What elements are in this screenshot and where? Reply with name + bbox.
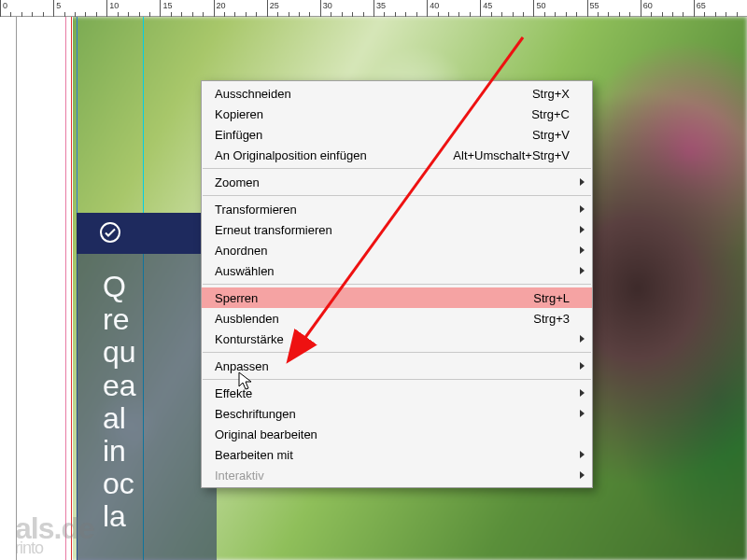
chevron-right-icon [580,178,585,186]
menu-item-interaktiv: Interaktiv [202,465,592,485]
menu-item-label: Original bearbeiten [215,427,570,441]
menu-item-sperren[interactable]: SperrenStrg+L [202,287,592,308]
guide-line[interactable] [65,17,66,560]
menu-item-zoomen[interactable]: Zoomen [202,172,592,192]
menu-item-erneut-transformieren[interactable]: Erneut transformieren [202,219,592,240]
menu-item-anordnen[interactable]: Anordnen [202,240,592,260]
menu-separator [203,284,591,285]
checkmark-circle-icon [99,221,121,246]
chevron-right-icon [580,267,585,274]
menu-item-label: Transformieren [215,203,570,217]
menu-item-label: Auswählen [215,264,570,278]
menu-item-shortcut: Strg+X [532,87,570,101]
menu-item-shortcut: Alt+Umschalt+Strg+V [453,148,570,162]
header-badge [77,213,217,254]
chevron-right-icon [580,471,585,479]
menu-item-original-bearbeiten[interactable]: Original bearbeiten [202,424,592,444]
menu-separator [203,379,591,380]
menu-item-effekte[interactable]: Effekte [202,383,592,403]
menu-item-kopieren[interactable]: KopierenStrg+C [202,104,592,124]
menu-item-label: Ausschneiden [215,87,514,101]
menu-item-label: Ausblenden [215,312,514,326]
menu-item-label: Beschriftungen [215,407,570,421]
chevron-right-icon [580,362,585,370]
chevron-right-icon [580,410,585,417]
chevron-right-icon [580,226,585,233]
guide-line[interactable] [71,17,72,560]
menu-item-label: Anordnen [215,244,570,258]
menu-item-ausblenden[interactable]: AusblendenStrg+3 [202,308,592,329]
chevron-right-icon [580,205,585,213]
menu-item-label: Interaktiv [215,469,570,483]
menu-item-konturst-rke[interactable]: Konturstärke [202,329,592,349]
menu-item-einf-gen[interactable]: EinfügenStrg+V [202,124,592,145]
menu-item-label: Sperren [215,291,514,305]
context-menu[interactable]: AusschneidenStrg+XKopierenStrg+CEinfügen… [201,80,593,488]
svg-point-0 [101,223,120,242]
menu-item-label: Effekte [215,386,570,400]
menu-item-label: Einfügen [215,128,514,142]
menu-item-label: Bearbeiten mit [215,448,570,462]
menu-item-ausschneiden[interactable]: AusschneidenStrg+X [202,83,592,104]
menu-item-label: An Originalposition einfügen [215,148,434,162]
menu-item-label: Zoomen [215,175,570,189]
menu-item-anpassen[interactable]: Anpassen [202,356,592,376]
menu-item-shortcut: Strg+C [531,107,570,121]
menu-item-an-originalposition-einf-gen[interactable]: An Originalposition einfügenAlt+Umschalt… [202,145,592,165]
menu-item-shortcut: Strg+3 [533,312,570,326]
menu-item-shortcut: Strg+V [532,128,570,142]
watermark: als.de rinto [17,517,94,554]
menu-item-label: Kopieren [215,107,513,121]
menu-item-transformieren[interactable]: Transformieren [202,199,592,219]
chevron-right-icon [580,246,585,254]
menu-item-shortcut: Strg+L [533,291,570,305]
ruler-horizontal[interactable]: 0510152025303540455055606570 [0,0,747,17]
ruler-vertical[interactable] [0,0,17,560]
chevron-right-icon [580,335,585,343]
text-frame[interactable]: Q re qu ea al in oc la [77,254,217,560]
menu-separator [203,168,591,169]
menu-separator [203,195,591,196]
chevron-right-icon [580,451,585,458]
menu-item-label: Erneut transformieren [215,223,570,237]
menu-item-beschriftungen[interactable]: Beschriftungen [202,403,592,424]
menu-item-label: Anpassen [215,359,570,373]
menu-item-label: Konturstärke [215,332,570,346]
menu-item-ausw-hlen[interactable]: Auswählen [202,260,592,281]
page-margin-left [17,17,73,560]
menu-item-bearbeiten-mit[interactable]: Bearbeiten mit [202,444,592,465]
menu-separator [203,352,591,353]
chevron-right-icon [580,389,585,397]
